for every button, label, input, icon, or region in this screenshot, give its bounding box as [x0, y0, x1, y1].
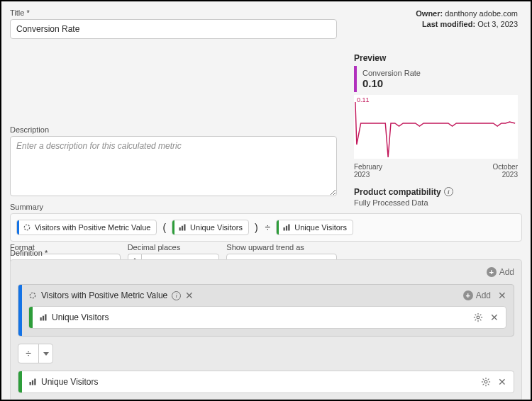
- svg-rect-1: [179, 227, 181, 231]
- summary-operator: ÷: [264, 222, 272, 233]
- chart-peak-label: 0.11: [357, 96, 370, 103]
- summary-metric2-pill[interactable]: Unique Visitors: [276, 220, 353, 235]
- metric-icon: [282, 223, 291, 232]
- title-label: Title: [10, 9, 337, 17]
- svg-rect-4: [284, 227, 285, 231]
- modified-value: Oct 3, 2023: [477, 20, 518, 28]
- metric-icon: [178, 223, 187, 232]
- close-icon[interactable]: ✕: [185, 290, 194, 300]
- summary-segment-pill[interactable]: Visitors with Positive Metric Value: [16, 220, 157, 235]
- svg-line-17: [480, 320, 482, 321]
- modified-label: Last modified:: [422, 20, 475, 28]
- chart-start-month: February: [354, 163, 382, 171]
- paren-close: ): [253, 222, 260, 233]
- segment-container: Visitors with Positive Metric Value i ✕ …: [18, 284, 514, 337]
- svg-point-23: [484, 380, 487, 383]
- svg-line-16: [475, 315, 477, 316]
- metric-icon: [39, 313, 48, 322]
- svg-line-19: [480, 315, 482, 316]
- chart-date-range: February 2023 October 2023: [354, 163, 518, 179]
- summary-label: Summary: [10, 203, 522, 211]
- svg-rect-5: [286, 226, 287, 231]
- svg-point-11: [477, 316, 480, 319]
- description-textarea[interactable]: [10, 136, 337, 196]
- info-icon[interactable]: i: [172, 291, 181, 300]
- outer-metric-actions: ✕: [481, 377, 506, 387]
- svg-point-0: [24, 225, 30, 230]
- add-definition-button[interactable]: + Add: [487, 267, 514, 277]
- svg-rect-10: [45, 315, 46, 321]
- remove-segment-button[interactable]: ✕: [498, 290, 506, 300]
- segment-add-button[interactable]: + Add: [463, 290, 491, 300]
- outer-metric-row[interactable]: Unique Visitors ✕: [18, 371, 514, 393]
- preview-metric-name: Conversion Rate: [362, 69, 518, 77]
- operator-symbol: ÷: [18, 344, 38, 363]
- operator-selector[interactable]: ÷: [18, 344, 53, 363]
- preview-metric-box: Conversion Rate 0.10: [354, 66, 518, 92]
- chart-start-year: 2023: [354, 171, 382, 179]
- title-input[interactable]: [10, 19, 337, 39]
- inner-metric-row[interactable]: Unique Visitors ✕: [28, 306, 506, 329]
- plus-circle-icon: +: [463, 290, 473, 300]
- meta-info: Owner: danthony adobe.com Last modified:…: [354, 9, 518, 30]
- owner-value: danthony adobe.com: [445, 9, 518, 18]
- segment-color-bar: [18, 285, 22, 336]
- compat-title-text: Product compatibility: [354, 187, 441, 197]
- segment-title-area: Visitors with Positive Metric Value i ✕: [28, 290, 458, 300]
- sparkline-icon: [354, 95, 518, 159]
- owner-label: Owner:: [416, 9, 443, 18]
- summary-metric1-label: Unique Visitors: [190, 223, 243, 232]
- compat-heading: Product compatibility i: [354, 187, 518, 197]
- lower-section: Summary Visitors with Positive Metric Va…: [1, 198, 531, 401]
- chart-end-month: October: [492, 163, 518, 171]
- svg-rect-2: [182, 226, 183, 231]
- plus-circle-icon: +: [487, 267, 497, 277]
- description-label: Description: [10, 125, 337, 134]
- metric-color-bar: [18, 371, 22, 392]
- summary-metric1-pill[interactable]: Unique Visitors: [172, 220, 249, 235]
- metric-icon: [28, 378, 37, 386]
- summary-segment-label: Visitors with Positive Metric Value: [35, 223, 150, 232]
- title-field: Title: [10, 9, 337, 120]
- svg-line-28: [483, 379, 484, 380]
- inner-metric-text: Unique Visitors: [52, 312, 109, 322]
- svg-line-29: [488, 384, 489, 385]
- add-label: Add: [499, 267, 514, 277]
- definition-label: Definition: [10, 249, 522, 257]
- chevron-down-icon: [43, 352, 49, 356]
- preview-chart: 0.11: [354, 95, 518, 159]
- segment-actions: + Add ✕: [463, 290, 506, 300]
- add-label: Add: [476, 290, 491, 300]
- chart-end-year: 2023: [492, 171, 518, 179]
- svg-rect-3: [184, 225, 185, 231]
- svg-rect-21: [32, 380, 33, 385]
- info-icon[interactable]: i: [444, 187, 453, 196]
- outer-metric-name-area: Unique Visitors: [28, 377, 481, 387]
- svg-line-18: [475, 320, 477, 321]
- segment-icon: [28, 291, 37, 300]
- svg-line-31: [488, 379, 489, 380]
- svg-rect-9: [43, 316, 44, 321]
- svg-point-7: [30, 293, 35, 298]
- remove-metric-button[interactable]: ✕: [490, 312, 499, 322]
- definition-area: + Add Visitors with Positive Metric Valu…: [10, 259, 522, 401]
- inner-metric-name-area: Unique Visitors: [39, 312, 473, 322]
- inner-metric-actions: ✕: [473, 312, 499, 322]
- gear-icon[interactable]: [473, 312, 483, 322]
- preview-heading: Preview: [354, 53, 518, 63]
- metric-color-bar: [29, 307, 33, 328]
- definition-toolbar: + Add: [18, 267, 514, 277]
- summary-box: Visitors with Positive Metric Value ( Un…: [10, 213, 522, 242]
- segment-icon: [23, 223, 31, 232]
- gear-icon[interactable]: [481, 377, 491, 387]
- metric-builder-panel: Title Description Format Decimal Decimal…: [0, 0, 532, 401]
- operator-dropdown-trigger[interactable]: [38, 344, 52, 363]
- svg-rect-22: [34, 379, 35, 385]
- svg-rect-8: [40, 317, 42, 321]
- remove-metric-button[interactable]: ✕: [498, 377, 506, 387]
- paren-open: (: [161, 222, 167, 233]
- svg-line-30: [483, 384, 484, 385]
- svg-rect-6: [289, 225, 290, 231]
- svg-rect-20: [30, 382, 31, 385]
- segment-title-text: Visitors with Positive Metric Value: [41, 290, 167, 300]
